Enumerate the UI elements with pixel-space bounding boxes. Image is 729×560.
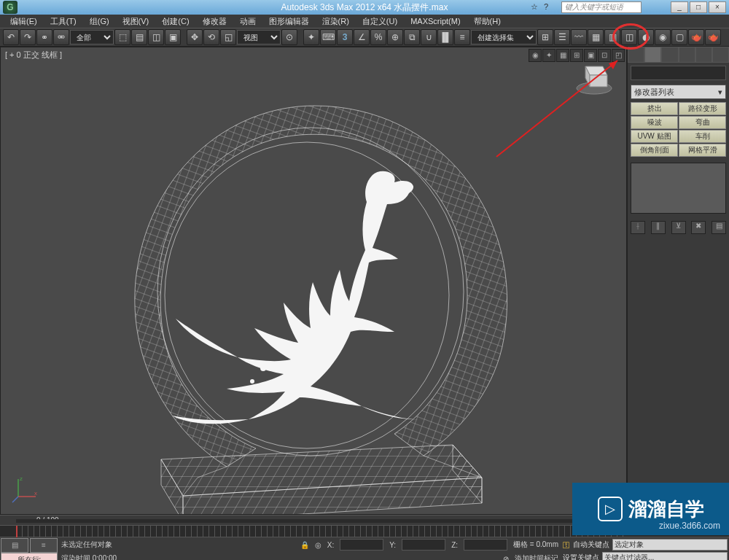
mod-noise-button[interactable]: 噪波 (631, 116, 678, 129)
time-tag-icon[interactable]: ⊘ (503, 555, 509, 561)
add-time-tag[interactable]: 添加时间标记 (515, 553, 558, 560)
snap-icon[interactable]: 3 (337, 29, 353, 45)
y-field[interactable] (402, 539, 445, 551)
ref-coord-system[interactable]: 视图 (237, 30, 281, 44)
quick-render-icon[interactable]: 🫖 (705, 29, 721, 45)
z-field[interactable] (464, 539, 507, 551)
help-icon[interactable]: ? (544, 2, 554, 12)
render-setup-icon[interactable]: ◉ (655, 29, 671, 45)
select-object-icon[interactable]: ⬚ (114, 29, 130, 45)
menu-help[interactable]: 帮助(H) (468, 15, 507, 28)
material-editor-icon[interactable]: ◐ (638, 29, 654, 45)
link-icon[interactable]: ⚭ (36, 29, 52, 45)
close-button[interactable]: × (709, 1, 726, 13)
align-icon[interactable]: ≡ (454, 29, 470, 45)
menu-rendering[interactable]: 渲染(R) (316, 15, 355, 28)
mod-pathdeform-button[interactable]: 路径变形 (679, 102, 726, 115)
mirror-icon[interactable]: ▐▌ (437, 29, 453, 45)
percent-snap-icon[interactable]: % (370, 29, 386, 45)
menu-create[interactable]: 创建(C) (156, 15, 195, 28)
row-indicator[interactable]: 所在行: (1, 553, 58, 560)
scale-icon[interactable]: ◱ (220, 29, 236, 45)
key-icon[interactable]: ⚿ (563, 541, 570, 549)
edgedconstraints-icon[interactable]: ⧉ (404, 29, 420, 45)
maxscript-mini-icon[interactable]: ▤ (1, 538, 28, 553)
dope-icon[interactable]: ▥ (604, 29, 620, 45)
pin-stack-icon[interactable]: ⟊ (631, 221, 645, 234)
menu-maxscript[interactable]: MAXScript(M) (405, 16, 466, 26)
menu-tools[interactable]: 工具(T) (44, 15, 82, 28)
app-logo-icon[interactable]: G (3, 1, 17, 14)
infocenter-icons: ☆ ? (531, 2, 554, 12)
menu-animation[interactable]: 动画 (234, 15, 262, 28)
tab-display-icon[interactable] (695, 47, 712, 63)
menu-view[interactable]: 视图(V) (117, 15, 155, 28)
render-icon[interactable]: 🫖 (688, 29, 704, 45)
minimize-button[interactable]: _ (671, 1, 688, 13)
tab-modify-icon[interactable] (644, 47, 661, 63)
rotate-icon[interactable]: ⟲ (203, 29, 219, 45)
maximize-button[interactable]: □ (690, 1, 707, 13)
show-end-icon[interactable]: ∥ (651, 221, 666, 234)
z-label: Z: (451, 541, 458, 549)
menu-edit[interactable]: 编辑(E) (4, 15, 43, 28)
window-crossing-icon[interactable]: ▣ (165, 29, 181, 45)
listener-icon[interactable]: ≡ (30, 538, 58, 553)
menu-grapheditors[interactable]: 图形编辑器 (263, 15, 315, 28)
center-icon[interactable]: ⊙ (281, 29, 297, 45)
curve-editor-icon[interactable]: 〰 (571, 29, 587, 45)
time-track[interactable] (16, 519, 627, 523)
render-frame-icon[interactable]: ▢ (671, 29, 687, 45)
redo-icon[interactable]: ↷ (20, 29, 36, 45)
viewcube-icon[interactable] (572, 53, 616, 97)
quickalign-icon[interactable]: ⊞ (537, 29, 553, 45)
remove-mod-icon[interactable]: ✖ (691, 221, 706, 234)
magnet-icon[interactable]: ∪ (421, 29, 437, 45)
modifier-list-dropdown[interactable]: 修改器列表▾ (631, 85, 726, 99)
configure-icon[interactable]: ▤ (712, 221, 726, 234)
mod-uvwmap-button[interactable]: UVW 贴图 (631, 130, 678, 143)
window-title: Autodesk 3ds Max 2012 x64 水晶摆件.max (281, 1, 448, 14)
undo-icon[interactable]: ↶ (3, 29, 19, 45)
tab-create-icon[interactable] (628, 47, 644, 63)
watermark-banner: ▷ 溜溜自学 zixue.3d66.com (572, 483, 729, 535)
tab-hierarchy-icon[interactable] (661, 47, 678, 63)
object-name-field[interactable] (631, 66, 726, 80)
modifier-stack[interactable] (631, 163, 726, 214)
mod-extrude-button[interactable]: 挤出 (631, 102, 678, 115)
setkey-button[interactable]: 设置关键点 (563, 553, 599, 560)
mod-lathe-button[interactable]: 车削 (679, 130, 726, 143)
key-filter-button[interactable]: 关键点过滤器... (602, 552, 728, 560)
move-icon[interactable]: ✥ (187, 29, 203, 45)
autokey-button[interactable]: 自动关键点 (573, 540, 609, 550)
mod-bevelprofile-button[interactable]: 倒角剖面 (631, 144, 678, 157)
spinner-snap-icon[interactable]: ⊕ (387, 29, 403, 45)
current-frame-marker[interactable] (16, 526, 17, 537)
key-selset-field[interactable]: 选定对象 (612, 539, 728, 551)
mod-meshsmooth-button[interactable]: 网格平滑 (679, 144, 726, 157)
manipulate-icon[interactable]: ✦ (303, 29, 319, 45)
selection-filter[interactable]: 全部 (70, 30, 114, 44)
search-input[interactable]: 键入关键字或短语 (561, 1, 642, 13)
layers-icon[interactable]: ☰ (554, 29, 570, 45)
tab-motion-icon[interactable] (679, 47, 695, 63)
graph-icon[interactable]: ◫ (621, 29, 637, 45)
x-field[interactable] (340, 539, 383, 551)
lock-icon[interactable]: 🔒 (300, 541, 309, 549)
select-name-icon[interactable]: ▤ (131, 29, 147, 45)
angle-snap-icon[interactable]: ∠ (354, 29, 370, 45)
menu-customize[interactable]: 自定义(U) (356, 15, 403, 28)
menu-group[interactable]: 组(G) (84, 15, 115, 28)
named-selection-sets[interactable]: 创建选择集 (471, 30, 537, 44)
make-unique-icon[interactable]: ⊻ (671, 221, 686, 234)
unlink-icon[interactable]: ⚮ (53, 29, 69, 45)
menu-modifiers[interactable]: 修改器 (197, 15, 233, 28)
mod-bend-button[interactable]: 弯曲 (679, 116, 726, 129)
keyboard-icon[interactable]: ⌨ (320, 29, 336, 45)
comm-icon[interactable]: ☆ (531, 2, 541, 12)
schematic-icon[interactable]: ▦ (588, 29, 604, 45)
viewport[interactable]: [ + 0 正交 线框 ] ◉ ✦ ▦ ⊞ ▣ ⊡ ◰ (0, 47, 627, 515)
isolate-icon[interactable]: ◎ (315, 541, 321, 549)
select-region-icon[interactable]: ◫ (148, 29, 164, 45)
tab-utilities-icon[interactable] (712, 47, 729, 63)
